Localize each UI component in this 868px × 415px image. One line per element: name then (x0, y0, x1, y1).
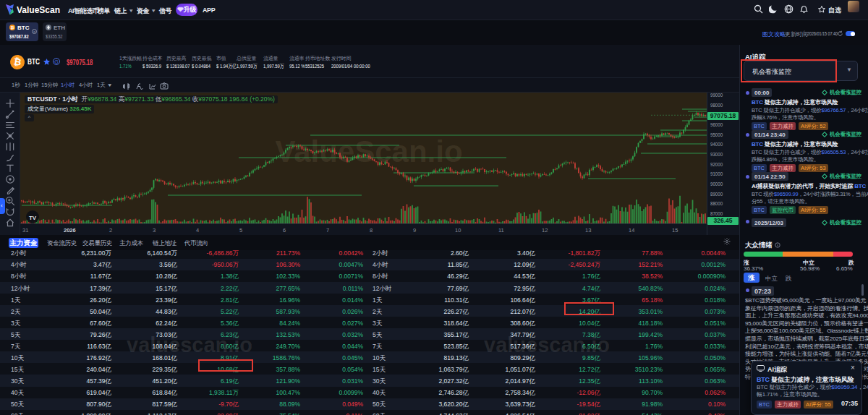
svg-text:ValueScan.io: ValueScan.io (275, 134, 462, 168)
svg-text:TV: TV (29, 215, 37, 221)
